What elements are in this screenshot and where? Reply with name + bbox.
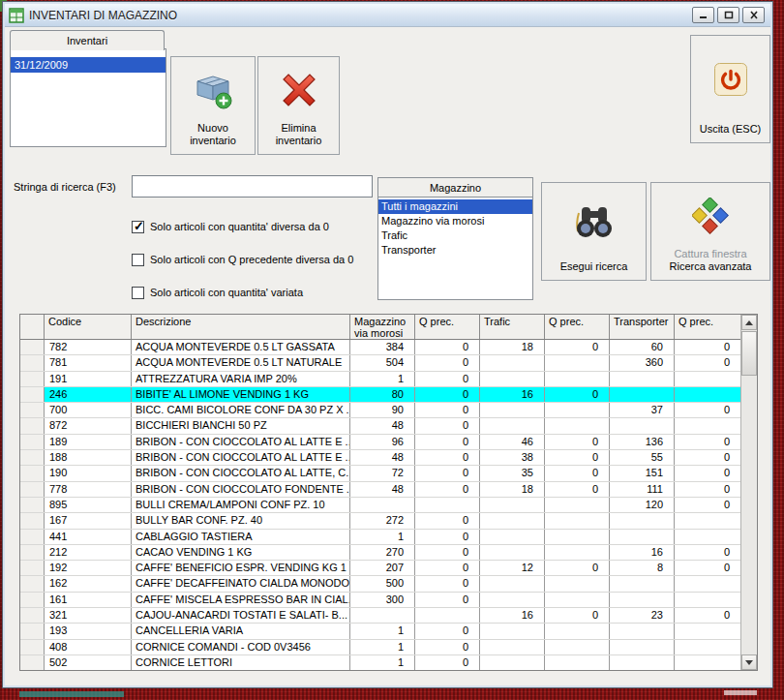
inventari-date-item[interactable]: 31/12/2009 [11, 57, 166, 73]
row-selector-cell[interactable] [20, 593, 45, 607]
grid-body: 782ACQUA MONTEVERDE 0.5 LT GASSATA384018… [20, 340, 740, 670]
table-row[interactable]: 191ATTREZZATURA VARIA IMP 20%10 [20, 372, 740, 387]
filter-checkbox[interactable] [132, 254, 144, 266]
cell-trafic [480, 403, 545, 417]
row-selector-cell[interactable] [20, 640, 45, 654]
cell-q-prec-2 [545, 498, 610, 512]
nuovo-inventario-button[interactable]: Nuovo inventario [170, 56, 256, 155]
header-magazzino-via-morosi[interactable]: Magazzino via morosi [350, 315, 415, 339]
scrollbar-down-button[interactable] [741, 654, 757, 670]
row-selector-cell[interactable] [20, 418, 45, 433]
table-row[interactable]: 192CAFFE' BENEFICIO ESPR. VENDING KG 120… [20, 561, 740, 576]
header-codice[interactable]: Codice [45, 315, 132, 339]
row-selector-cell[interactable] [20, 482, 45, 497]
table-row[interactable]: 193CANCELLERIA VARIA10 [20, 624, 740, 639]
table-row[interactable]: 895BULLI CREMA/LAMPONI CONF PZ. 101200 [20, 498, 740, 513]
row-selector-cell[interactable] [20, 608, 45, 623]
header-transporter[interactable]: Transporter [610, 315, 675, 339]
row-selector-cell[interactable] [20, 372, 45, 386]
table-row[interactable]: 212CACAO VENDING 1 KG2700160 [20, 545, 740, 561]
tab-inventari[interactable]: Inventari [10, 30, 165, 50]
titlebar[interactable]: INVENTARI DI MAGAZZINO [5, 4, 770, 27]
magazzino-option[interactable]: Transporter [378, 243, 532, 258]
row-selector-cell[interactable] [20, 561, 45, 575]
row-selector-cell[interactable] [20, 387, 45, 402]
cell-q-prec-3 [675, 655, 740, 670]
cell-q-prec-2 [545, 624, 610, 638]
table-row[interactable]: 781ACQUA MONTEVERDE 0.5 LT NATURALE50403… [20, 355, 740, 371]
search-input[interactable] [132, 175, 373, 198]
table-row[interactable]: 408CORNICE COMANDI - COD 0V345610 [20, 640, 740, 655]
table-row[interactable]: 189BRIBON - CON CIOCCOLATO AL LATTE E ..… [20, 435, 740, 450]
table-row[interactable]: 167BULLY BAR CONF. PZ. 402720 [20, 513, 740, 529]
row-selector-cell[interactable] [20, 355, 45, 370]
table-row[interactable]: 162CAFFE' DECAFFEINATO CIALDA MONODO...5… [20, 576, 740, 592]
header-trafic[interactable]: Trafic [480, 315, 545, 339]
ricerca-avanzata-button[interactable]: Cattura finestra Ricerca avanzata [650, 182, 770, 281]
header-q-prec-3[interactable]: Q prec. [675, 315, 740, 339]
cell-magazzino-via-morosi: 80 [350, 387, 415, 402]
row-selector-cell[interactable] [20, 403, 45, 417]
row-selector-cell[interactable] [20, 450, 45, 465]
filter-checkbox[interactable] [132, 221, 144, 233]
header-descrizione[interactable]: Descrizione [132, 315, 350, 339]
table-row[interactable]: 246BIBITE' AL LIMONE VENDING 1 KG800160 [20, 387, 740, 403]
table-row[interactable]: 188BRIBON - CON CIOCCOLATO AL LATTE E ..… [20, 450, 740, 466]
table-row[interactable]: 441CABLAGGIO TASTIERA10 [20, 530, 740, 545]
filter-row-qty-changed[interactable]: Solo articoli con quantita' variata [132, 286, 303, 299]
cell-magazzino-via-morosi: 270 [350, 545, 415, 560]
filter-checkbox[interactable] [132, 287, 144, 299]
vertical-scrollbar[interactable] [740, 315, 757, 670]
close-button[interactable] [742, 7, 765, 23]
row-selector-cell[interactable] [20, 576, 45, 591]
scrollbar-up-button[interactable] [741, 315, 757, 330]
row-selector-cell[interactable] [20, 624, 45, 638]
filter-row-qty-not-zero[interactable]: Solo articoli con quantita' diversa da 0 [132, 220, 329, 233]
cell-descrizione: CAFFE' MISCELA ESPRESSO BAR IN CIAL... [132, 593, 350, 607]
header-q-prec-2[interactable]: Q prec. [545, 315, 610, 339]
elimina-inventario-button[interactable]: Elimina inventario [257, 56, 340, 155]
row-selector-cell[interactable] [20, 530, 45, 544]
esegui-ricerca-button[interactable]: Esegui ricerca [541, 182, 647, 281]
row-selector-cell[interactable] [20, 545, 45, 560]
table-row[interactable]: 190BRIBON - CON CIOCCOLATO AL LATTE, C..… [20, 466, 740, 481]
scrollbar-thumb[interactable] [741, 331, 757, 376]
elimina-inventario-label: Elimina inventario [265, 122, 333, 154]
minimize-button[interactable] [692, 7, 714, 23]
maximize-button[interactable] [717, 7, 739, 23]
magazzino-option[interactable]: Trafic [378, 228, 532, 243]
table-row[interactable]: 700BICC. CAMI BICOLORE CONF DA 30 PZ X .… [20, 403, 740, 418]
delete-x-icon [258, 57, 339, 122]
magazzino-option[interactable]: Magazzino via morosi [378, 214, 532, 228]
table-row[interactable]: 161CAFFE' MISCELA ESPRESSO BAR IN CIAL..… [20, 593, 740, 608]
cell-descrizione: CABLAGGIO TASTIERA [132, 530, 350, 544]
cell-q-prec-3: 0 [675, 403, 740, 417]
cell-magazzino-via-morosi [350, 608, 415, 623]
row-selector-cell[interactable] [20, 498, 45, 512]
row-selector-cell[interactable] [20, 435, 45, 449]
magazzino-option[interactable]: Tutti i magazzini [378, 199, 532, 214]
header-q-prec-1[interactable]: Q prec. [415, 315, 480, 339]
binoculars-icon [542, 183, 646, 260]
cell-q-prec-2: 0 [545, 561, 610, 575]
cell-q-prec-1: 0 [415, 593, 480, 607]
table-row[interactable]: 502CORNICE LETTORI10 [20, 655, 740, 670]
filter-row-qprec-not-zero[interactable]: Solo articoli con Q precedente diversa d… [132, 253, 353, 266]
row-selector-cell[interactable] [20, 513, 45, 528]
inventari-listbox[interactable]: 31/12/2009 [10, 48, 166, 147]
cell-q-prec-2 [545, 513, 610, 528]
table-row[interactable]: 321CAJOU-ANACARDI TOSTATI E SALATI- B...… [20, 608, 740, 624]
uscita-button[interactable]: Uscita (ESC) [690, 35, 770, 143]
row-selector-cell[interactable] [20, 340, 45, 354]
table-row[interactable]: 872BICCHIERI BIANCHI 50 PZ480 [20, 418, 740, 434]
magazzino-listbox[interactable]: Tutti i magazziniMagazzino via morosiTra… [378, 198, 532, 258]
table-row[interactable]: 778BRIBON - CON CIOCCOLATO FONDENTE ...4… [20, 482, 740, 498]
cell-q-prec-3 [675, 387, 740, 402]
cell-q-prec-1: 0 [415, 640, 480, 654]
cell-codice: 781 [45, 355, 132, 370]
table-row[interactable]: 782ACQUA MONTEVERDE 0.5 LT GASSATA384018… [20, 340, 740, 355]
cell-q-prec-1: 0 [415, 482, 480, 497]
cell-codice: 192 [45, 561, 132, 575]
row-selector-cell[interactable] [20, 655, 45, 670]
row-selector-cell[interactable] [20, 466, 45, 480]
